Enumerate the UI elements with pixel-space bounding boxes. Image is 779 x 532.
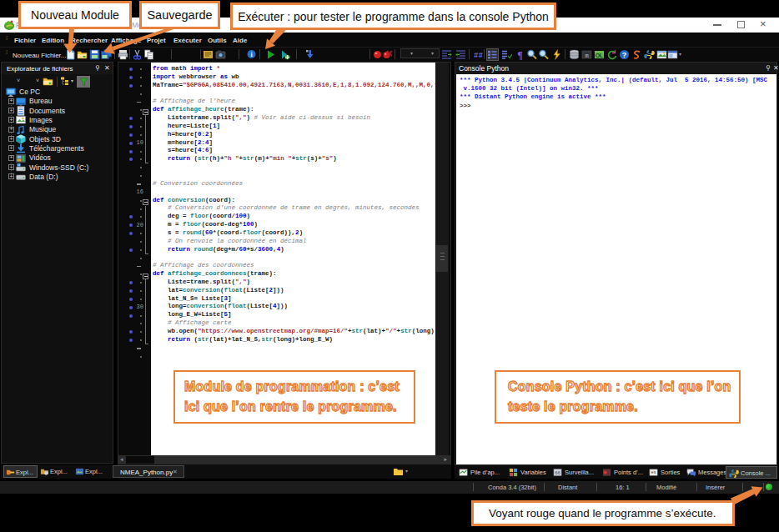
svg-text:66: 66 xyxy=(555,469,560,475)
svg-text:¶: ¶ xyxy=(517,49,522,60)
svg-text:##: ## xyxy=(474,52,483,60)
svg-text:m: m xyxy=(585,52,588,58)
svg-text:?: ? xyxy=(622,50,627,58)
svg-text:OL: OL xyxy=(596,52,604,58)
svg-text:es: es xyxy=(651,470,656,475)
